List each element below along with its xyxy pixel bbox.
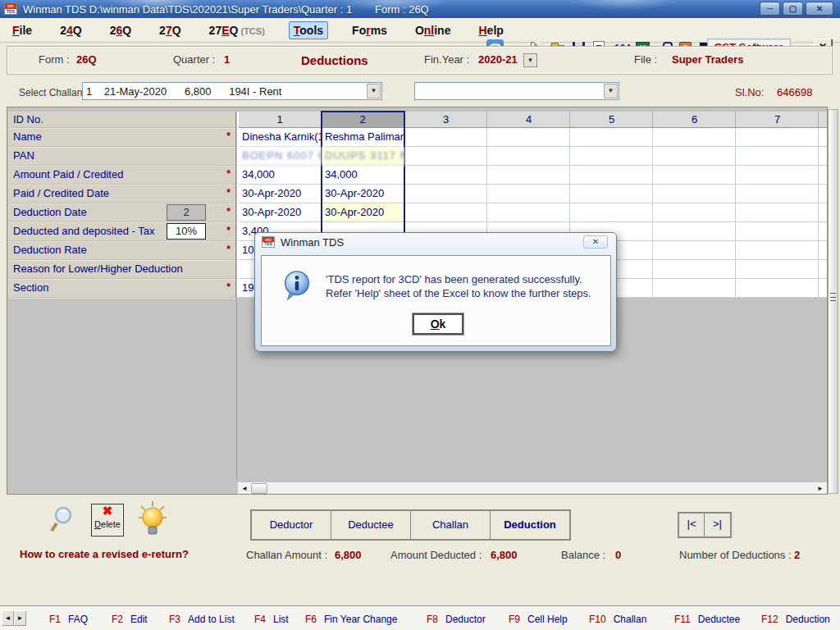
column-header-5[interactable]: 5 xyxy=(570,112,653,127)
deductor-button[interactable]: Deductor xyxy=(252,511,331,539)
num-deductions-value: 2 xyxy=(794,549,800,561)
menubar: File 24Q 26Q 27Q 27EQ (TCS) Tools Forms … xyxy=(0,18,840,43)
menu-tools[interactable]: Tools xyxy=(289,21,328,39)
required-star: * xyxy=(226,187,231,199)
revised-ereturn-link[interactable]: How to create a revised e-return? xyxy=(20,548,189,560)
fkey-f12-deduction[interactable]: F12Deduction xyxy=(761,614,830,625)
quarter-label: Quarter : xyxy=(173,53,215,66)
secondary-dropdown-icon[interactable]: ▼ xyxy=(604,84,618,98)
delete-label: Delete xyxy=(94,519,121,529)
cell-paid-date[interactable]: 30-Apr-2020 xyxy=(239,185,322,203)
dialog-message: 'TDS report for 3CD' has been generated … xyxy=(326,272,591,300)
menu-file[interactable]: File xyxy=(8,22,36,39)
challan-amount-label: Challan Amount : xyxy=(246,549,327,561)
ok-button[interactable]: Ok xyxy=(413,313,463,335)
column-header-6[interactable]: 6 xyxy=(653,112,736,127)
column-header[interactable]: 2 xyxy=(322,112,404,128)
required-star: * xyxy=(226,168,231,180)
challan-combobox[interactable]: 1 21-May-2020 6,800 194I - Rent ▼ xyxy=(82,82,382,100)
horizontal-scrollbar[interactable]: ◄ ► xyxy=(238,482,827,494)
cell-name[interactable]: Reshma Palimar xyxy=(322,128,404,147)
finyear-value: 2020-21 xyxy=(478,53,518,66)
title-quarter: Quarter : 1 xyxy=(301,3,352,16)
column-header-7[interactable]: 7 xyxy=(736,112,819,127)
column-header[interactable]: 1 xyxy=(239,112,322,128)
fkey-f3-add-to-list[interactable]: F3Add to List xyxy=(169,614,235,625)
column-header-3[interactable]: 3 xyxy=(404,112,487,127)
fkey-f6-fin-year-change[interactable]: F6Fin Year Change xyxy=(305,614,397,625)
cell-name[interactable]: Dinesha Karnik(1 xyxy=(239,128,322,147)
dialog-title: Winman TDS xyxy=(281,236,344,249)
cell-amount[interactable]: 34,000 xyxy=(239,166,322,185)
dialog-close-icon[interactable]: ✕ xyxy=(583,235,608,249)
message-dialog: win TDS Winman TDS ✕ 'TDS report for 3CD… xyxy=(254,232,617,352)
app-logo-icon: win TDS xyxy=(4,2,17,15)
quarter-value: 1 xyxy=(224,53,230,66)
challan-combobox-value: 1 21-May-2020 6,800 194I - Rent xyxy=(86,85,281,98)
cell-pan[interactable]: DUUPS 3117 M xyxy=(322,147,404,166)
page-title: Deductions xyxy=(301,53,368,67)
title-form: Form : 26Q xyxy=(375,3,429,16)
maximize-button[interactable]: ▢ xyxy=(783,2,803,16)
menu-27q[interactable]: 27Q xyxy=(155,22,185,39)
scroll-left-icon[interactable]: ◄ xyxy=(239,483,250,494)
file-value: Super Traders xyxy=(672,53,743,66)
cell-deduction-date[interactable]: 30-Apr-2020 xyxy=(322,203,404,222)
cell-paid-date[interactable]: 30-Apr-2020 xyxy=(322,185,404,203)
fkey-f4-list[interactable]: F4List xyxy=(254,614,289,625)
tax-rate-input[interactable]: 10% xyxy=(167,223,206,240)
secondary-combobox[interactable]: ▼ xyxy=(414,82,619,100)
fkey-f9-cell-help[interactable]: F9Cell Help xyxy=(509,614,568,625)
row-label-name: Name * xyxy=(8,128,235,147)
scroll-right-icon[interactable]: ► xyxy=(815,483,826,494)
menu-help[interactable]: Help xyxy=(474,22,507,39)
required-star: * xyxy=(226,206,231,217)
challan-dropdown-icon[interactable]: ▼ xyxy=(367,84,381,98)
tip-bulb-icon[interactable] xyxy=(136,500,169,539)
scrollbar-thumb[interactable] xyxy=(251,483,267,494)
form-header-bar: Form : 26Q Quarter : 1 Deductions Fin.Ye… xyxy=(7,46,833,75)
dialog-body: 'TDS report for 3CD' has been generated … xyxy=(261,255,611,346)
footer-panel: ✖ Delete How to create a revised e-retur… xyxy=(0,495,840,605)
row-label-tax: Deducted and deposited - Tax 10% * xyxy=(8,222,235,241)
delete-button[interactable]: ✖ Delete xyxy=(91,504,124,536)
finyear-dropdown-icon[interactable]: ▼ xyxy=(523,53,537,67)
record-pager: |< >| xyxy=(678,512,732,538)
required-star: * xyxy=(226,244,231,255)
search-icon[interactable] xyxy=(49,505,75,533)
fkey-f11-deductee[interactable]: F11Deductee xyxy=(674,614,740,625)
menu-forms[interactable]: Forms xyxy=(348,22,391,39)
fkey-f2-edit[interactable]: F2Edit xyxy=(112,614,148,625)
first-record-button[interactable]: |< xyxy=(679,514,705,536)
row-label-idno: ID No. xyxy=(8,112,235,128)
deductee-button[interactable]: Deductee xyxy=(331,511,411,539)
deduction-button[interactable]: Deduction xyxy=(491,511,569,539)
minimize-button[interactable]: ─ xyxy=(760,2,780,16)
cell-pan[interactable]: BOEPN 6007 C xyxy=(239,147,322,166)
num-deductions-label: Number of Deductions : xyxy=(679,549,792,561)
vertical-splitter[interactable] xyxy=(828,109,838,494)
menu-26q[interactable]: 26Q xyxy=(106,22,135,39)
required-star: * xyxy=(226,130,231,142)
fkey-f1-faq[interactable]: F1FAQ xyxy=(49,614,88,625)
slno-value: 646698 xyxy=(777,86,812,98)
status-scroll-right-icon[interactable]: ► xyxy=(14,610,26,626)
status-scroll-left-icon[interactable]: ◄ xyxy=(2,610,14,626)
form-value: 26Q xyxy=(76,53,97,66)
fkey-f8-deductor[interactable]: F8Deductor xyxy=(427,614,486,625)
cell-amount[interactable]: 34,000 xyxy=(322,166,404,185)
menu-27eq[interactable]: 27EQ (TCS) xyxy=(205,22,269,39)
finyear-label: Fin.Year : xyxy=(424,53,469,66)
window-title: Winman TDS D:\winman Data\TDS\202021\Sup… xyxy=(23,3,301,16)
window-close-button[interactable]: ✕ xyxy=(806,2,833,16)
next-record-button[interactable]: >| xyxy=(705,514,730,536)
form-label: Form : xyxy=(39,53,70,66)
row-label-panel: ID No. Name * PAN Amount Paid / Credited… xyxy=(8,112,236,298)
file-label: File : xyxy=(634,53,657,66)
challan-button[interactable]: Challan xyxy=(411,511,491,539)
menu-online[interactable]: Online xyxy=(411,22,455,39)
cell-deduction-date[interactable]: 30-Apr-2020 xyxy=(239,203,322,222)
column-header-4[interactable]: 4 xyxy=(487,112,570,127)
fkey-f10-challan[interactable]: F10Challan xyxy=(589,614,646,625)
menu-24q[interactable]: 24Q xyxy=(56,22,85,39)
